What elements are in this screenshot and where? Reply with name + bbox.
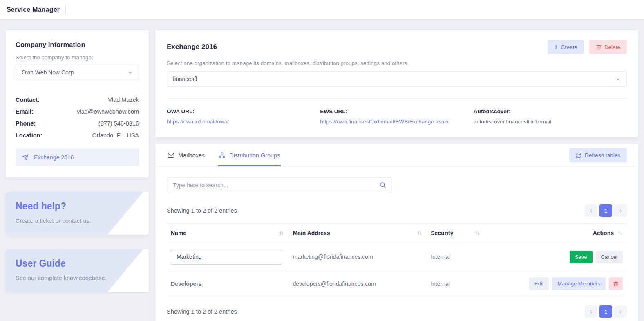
field-label: Phone: [16, 120, 36, 127]
pagination-page-1[interactable]: 1 [599, 204, 612, 217]
pagination-top: 1 [585, 204, 627, 217]
field-value: Orlando, FL. USA [92, 132, 139, 139]
promo-decoration [6, 249, 149, 292]
pagination-page-1[interactable]: 1 [599, 305, 612, 318]
chevron-left-icon [588, 208, 594, 213]
field-value: vlad@ownwebnow.com [77, 108, 139, 115]
search-input[interactable] [167, 177, 391, 193]
exchange-button-label: Exchange 2016 [34, 154, 74, 161]
company-contact-fields: Contact: Vlad Mazek Email: vlad@ownwebno… [16, 97, 139, 139]
topbar: Service Manager [0, 0, 644, 19]
pagination-next-button[interactable] [614, 204, 627, 217]
delete-button[interactable]: Delete [589, 40, 627, 54]
page-body: Company Information Select the company t… [0, 19, 644, 321]
table-header-row: Name Main Address [167, 224, 627, 243]
actions-cell: Save Cancel [484, 243, 627, 271]
sort-icon [417, 230, 423, 236]
column-header-label: Name [171, 230, 186, 236]
security-cell: Internal [427, 271, 484, 296]
autodiscover-value: autodiscover.financesfl.xd.email [474, 119, 552, 125]
organization-card: Exchange 2016 + Create Delete Select one… [155, 30, 638, 137]
delete-button-label: Delete [604, 44, 620, 50]
chevron-left-icon [588, 309, 594, 314]
column-header-label: Security [431, 230, 453, 236]
company-information-card: Company Information Select the company t… [6, 30, 149, 177]
refresh-tables-button[interactable]: Refresh tables [569, 148, 627, 162]
delete-group-button[interactable] [609, 277, 623, 290]
manage-members-button[interactable]: Manage Members [552, 277, 606, 290]
address-cell: developers@floridafinances.com [288, 271, 427, 296]
create-button-label: Create [561, 44, 577, 50]
exchange-2016-button[interactable]: Exchange 2016 [16, 149, 139, 166]
sidebar: Company Information Select the company t… [6, 30, 149, 321]
organization-select[interactable]: financesfl [167, 71, 627, 87]
chevron-right-icon [618, 208, 623, 213]
user-guide-title: User Guide [16, 258, 139, 269]
chevron-down-icon [615, 76, 621, 82]
distribution-groups-table: Name Main Address [167, 223, 627, 296]
trash-icon [596, 44, 602, 50]
showing-entries-text: Showing 1 to 2 of 2 entries [167, 308, 237, 315]
list-meta-bottom: Showing 1 to 2 of 2 entries 1 [167, 305, 627, 318]
refresh-icon [576, 152, 582, 158]
list-meta-top: Showing 1 to 2 of 2 entries 1 [167, 204, 627, 217]
edit-button[interactable]: Edit [529, 277, 549, 290]
field-label: Contact: [16, 97, 40, 103]
contact-field-row: Contact: Vlad Mazek [16, 97, 139, 103]
name-cell: Developers [167, 271, 288, 296]
org-card-title: Exchange 2016 [167, 43, 217, 51]
field-label: Email: [16, 108, 34, 115]
group-name-input[interactable] [171, 249, 282, 265]
topbar-divider [65, 5, 66, 14]
location-field-row: Location: Orlando, FL. USA [16, 132, 139, 139]
org-actions: + Create Delete [548, 40, 627, 54]
address-cell: marketing@floridafinances.com [288, 243, 427, 271]
need-help-card[interactable]: Need help? Create a ticket or contact us… [6, 192, 149, 235]
sort-icon [617, 230, 623, 236]
need-help-subtitle: Create a ticket or contact us. [16, 218, 139, 224]
create-button[interactable]: + Create [548, 40, 584, 54]
pagination-prev-button[interactable] [585, 305, 597, 318]
company-select-value: Own Web Now Corp [22, 69, 74, 76]
tab-distribution-groups-label: Distribution Groups [229, 152, 280, 159]
ews-url-label: EWS URL: [320, 108, 473, 114]
plus-icon: + [554, 43, 558, 50]
column-header-label: Main Address [293, 230, 330, 236]
column-header-label: Actions [593, 230, 614, 236]
phone-field-row: Phone: (877) 546-0316 [16, 120, 139, 127]
owa-url-block: OWA URL: https://owa.xd.email/owa/ [167, 108, 320, 125]
company-select-label: Select the company to manage: [16, 54, 139, 61]
save-button[interactable]: Save [570, 251, 593, 263]
field-value: (877) 546-0316 [98, 120, 139, 127]
pagination-prev-button[interactable] [585, 204, 597, 217]
column-header-security[interactable]: Security [427, 224, 484, 243]
field-label: Location: [16, 132, 42, 139]
user-guide-card[interactable]: User Guide See our complete knowledgebas… [6, 249, 149, 292]
cancel-button[interactable]: Cancel [596, 251, 623, 263]
column-header-name[interactable]: Name [167, 224, 288, 243]
tab-mailboxes[interactable]: Mailboxes [167, 144, 206, 166]
showing-entries-text: Showing 1 to 2 of 2 entries [167, 207, 237, 214]
column-header-main-address[interactable]: Main Address [288, 224, 427, 243]
organization-select-value: financesfl [173, 76, 197, 82]
trash-icon [613, 281, 619, 287]
security-cell: Internal [427, 243, 484, 271]
user-guide-subtitle: See our complete knowledgebase. [16, 275, 139, 281]
tab-distribution-groups[interactable]: Distribution Groups [218, 144, 281, 166]
email-field-row: Email: vlad@ownwebnow.com [16, 108, 139, 115]
tab-bar: Mailboxes Distribution Groups Refresh ta… [155, 144, 638, 167]
owa-url-link[interactable]: https://owa.xd.email/owa/ [167, 119, 229, 125]
company-select[interactable]: Own Web Now Corp [16, 65, 139, 80]
tab-mailboxes-label: Mailboxes [178, 152, 205, 159]
chevron-down-icon [127, 70, 133, 75]
envelope-icon [168, 152, 174, 159]
ews-url-block: EWS URL: https://owa.financesfl.xd.email… [320, 108, 473, 125]
column-header-actions[interactable]: Actions [484, 224, 627, 243]
refresh-tables-label: Refresh tables [585, 152, 620, 158]
chevron-right-icon [618, 309, 623, 314]
pagination-next-button[interactable] [614, 305, 627, 318]
autodiscover-label: Autodiscover: [474, 108, 627, 114]
ews-url-link[interactable]: https://owa.financesfl.xd.email/EWS/Exch… [320, 119, 448, 125]
actions-cell: Edit Manage Members [484, 271, 627, 296]
sitemap-icon [219, 152, 226, 159]
